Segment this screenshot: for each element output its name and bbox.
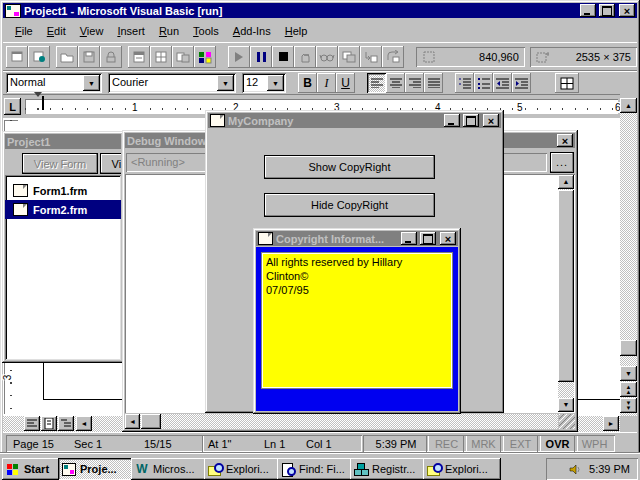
properties-button[interactable]: [150, 46, 172, 68]
scroll-left-icon[interactable]: ◄: [125, 414, 140, 429]
scroll-down-icon[interactable]: ▼: [558, 398, 574, 412]
run-start-button[interactable]: [228, 46, 250, 68]
maximize-button[interactable]: [599, 4, 615, 17]
menu-edit[interactable]: Edit: [40, 23, 73, 39]
end-button[interactable]: [272, 46, 294, 68]
font-dropdown-icon[interactable]: ▼: [217, 75, 234, 91]
save-project-button[interactable]: [78, 46, 100, 68]
new-form-button[interactable]: [6, 46, 28, 68]
menu-addins[interactable]: Add-Ins: [226, 23, 278, 39]
style-dropdown-icon[interactable]: ▼: [83, 75, 100, 91]
numbering-button[interactable]: [455, 73, 474, 93]
align-left-button[interactable]: [367, 73, 386, 93]
task-project[interactable]: Proje...: [58, 458, 136, 480]
size-dropdown-icon[interactable]: ▼: [267, 75, 284, 91]
lock-controls-button[interactable]: [100, 46, 122, 68]
status-mode-mrk[interactable]: MRK: [463, 435, 504, 452]
debug-hscroll-thumb[interactable]: [141, 414, 161, 429]
decrease-indent-button[interactable]: [493, 73, 512, 93]
project-file-list[interactable]: Form1.frm Form2.frm: [5, 175, 121, 360]
bold-button[interactable]: B: [298, 73, 317, 93]
borders-button[interactable]: [555, 73, 579, 93]
mycompany-close-button[interactable]: ×: [483, 114, 499, 127]
object-browser-button[interactable]: [172, 46, 194, 68]
close-button[interactable]: ×: [619, 4, 635, 17]
minimize-button[interactable]: [580, 4, 596, 17]
start-button[interactable]: Start: [2, 458, 62, 480]
step-into-button[interactable]: [360, 46, 382, 68]
document-vscrollbar[interactable]: ▲ ▼ ▲▲ ▼▼: [620, 98, 637, 416]
view-form-button[interactable]: View Form: [22, 153, 98, 174]
scroll-up-icon[interactable]: ▲: [558, 175, 574, 189]
step-over-button[interactable]: [382, 46, 404, 68]
menu-view[interactable]: View: [73, 23, 111, 39]
copyright-maximize-button[interactable]: [420, 232, 436, 245]
align-right-button[interactable]: [405, 73, 424, 93]
resize-grip[interactable]: [559, 414, 575, 429]
outline-view-button[interactable]: [58, 416, 74, 431]
tray-clock[interactable]: 5:39 PM: [589, 463, 630, 475]
debug-ellipsis-button[interactable]: ...: [550, 152, 574, 173]
task-registry[interactable]: Registr...: [350, 458, 428, 480]
normal-view-button[interactable]: [24, 416, 40, 431]
tab-alignment-button[interactable]: L: [4, 98, 21, 115]
scroll-up-icon[interactable]: ▲: [620, 98, 637, 113]
mycompany-maximize-button[interactable]: [463, 114, 479, 127]
debug-close-button[interactable]: ×: [557, 134, 573, 147]
hide-copyright-button[interactable]: Hide CopyRight: [264, 193, 435, 217]
next-page-icon[interactable]: ▼▼: [620, 398, 637, 413]
menu-file[interactable]: File: [8, 23, 40, 39]
menu-help[interactable]: Help: [278, 23, 315, 39]
justify-button[interactable]: [424, 73, 443, 93]
font-combo[interactable]: Courier ▼: [108, 73, 236, 93]
vscroll-thumb[interactable]: [620, 340, 637, 356]
project-titlebar[interactable]: Project1: [5, 134, 121, 149]
previous-page-icon[interactable]: ▲▲: [620, 382, 637, 397]
show-copyright-button[interactable]: Show CopyRight: [264, 155, 435, 179]
task-explorer-2[interactable]: Explori...: [423, 458, 501, 480]
debug-vscrollbar[interactable]: ▲ ▼: [558, 175, 574, 412]
menu-tools[interactable]: Tools: [186, 23, 226, 39]
menu-run[interactable]: Run: [152, 23, 186, 39]
task-microsoft-word[interactable]: W Micros...: [131, 458, 209, 480]
status-mode-ext[interactable]: EXT: [500, 435, 541, 452]
indent-marker[interactable]: [34, 97, 43, 113]
italic-button[interactable]: I: [317, 73, 336, 93]
project-file-form1[interactable]: Form1.frm: [5, 181, 121, 200]
view-code-button[interactable]: View Code: [100, 153, 121, 174]
align-center-button[interactable]: [386, 73, 405, 93]
mycompany-minimize-button[interactable]: [444, 114, 460, 127]
copyright-window[interactable]: Copyright Informat... × All rights reser…: [253, 228, 461, 414]
scroll-left-icon[interactable]: ◄: [76, 416, 92, 431]
project-file-form2-selected[interactable]: Form2.frm: [5, 200, 121, 219]
debug-vscroll-thumb[interactable]: [558, 190, 574, 382]
bullets-button[interactable]: [474, 73, 493, 93]
menu-editor-button[interactable]: [128, 46, 150, 68]
underline-button[interactable]: U: [336, 73, 355, 93]
debug-hscrollbar[interactable]: ◄: [125, 414, 558, 429]
copyright-minimize-button[interactable]: [401, 232, 417, 245]
task-explorer-1[interactable]: Explori...: [204, 458, 282, 480]
insert-module-button[interactable]: [28, 46, 50, 68]
speaker-icon[interactable]: [569, 464, 581, 475]
vb-titlebar[interactable]: Project1 - Microsoft Visual Basic [run] …: [3, 3, 637, 18]
copyright-close-button[interactable]: ×: [440, 232, 456, 245]
status-mode-ovr[interactable]: OVR: [537, 435, 578, 452]
copyright-titlebar[interactable]: Copyright Informat... ×: [256, 231, 458, 246]
instant-watch-button[interactable]: [316, 46, 338, 68]
mycompany-titlebar[interactable]: MyCompany ×: [208, 113, 501, 128]
size-combo[interactable]: 12 ▼: [242, 73, 286, 93]
scroll-down-icon[interactable]: ▼: [620, 366, 637, 381]
toggle-breakpoint-button[interactable]: [294, 46, 316, 68]
status-mode-wph[interactable]: WPH: [574, 435, 615, 452]
menu-insert[interactable]: Insert: [110, 23, 152, 39]
style-combo[interactable]: Normal ▼: [6, 73, 102, 93]
scroll-right-icon[interactable]: ►: [603, 416, 619, 431]
increase-indent-button[interactable]: [512, 73, 531, 93]
break-button[interactable]: [250, 46, 272, 68]
project-window[interactable]: Project1 View Form View Code Form1.frm F…: [2, 131, 124, 363]
task-find-files[interactable]: Find: Fi...: [277, 458, 355, 480]
open-project-button[interactable]: [56, 46, 78, 68]
project-window-button[interactable]: [194, 46, 216, 68]
calls-button[interactable]: [338, 46, 360, 68]
